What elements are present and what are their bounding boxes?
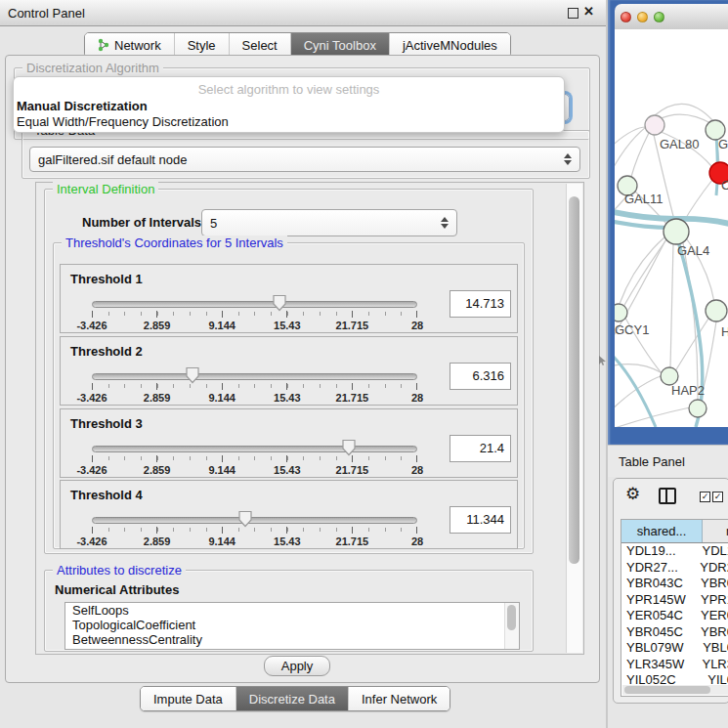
major-ticks (92, 383, 417, 390)
stepper-arrows-icon (564, 153, 572, 165)
table-row[interactable]: YBL079WYBL0 (621, 640, 728, 657)
list-item[interactable]: SelfLoops (65, 603, 519, 618)
stepper-arrows-icon (441, 217, 449, 229)
table-panel-titlebar: Table Panel (608, 445, 728, 477)
tab-impute-data[interactable]: Impute Data (141, 687, 236, 710)
number-of-intervals-value: 5 (202, 216, 441, 231)
slider-thumb[interactable] (237, 510, 253, 528)
vertical-scrollbar-thumb[interactable] (569, 196, 579, 564)
slider-track[interactable] (92, 517, 417, 524)
thresholds-group: Threshold's Coordinates for 5 Intervals … (53, 242, 525, 549)
threshold-1-value-field[interactable]: 14.713 (450, 290, 511, 318)
apply-button[interactable]: Apply (264, 656, 330, 676)
threshold-4-slider[interactable]: -3.4262.8599.14415.4321.71528 (92, 517, 417, 523)
threshold-3-value-field[interactable]: 21.4 (450, 435, 511, 462)
column-header-shared-name[interactable]: shared... (621, 520, 703, 542)
interval-group-title: Interval Definition (53, 182, 158, 196)
tab-cyni-toolbox[interactable]: Cyni Toolbox (291, 33, 390, 57)
popup-placeholder-item: Select algorithm to view settings (14, 82, 564, 99)
table-row[interactable]: YBR043CYBR0 (621, 576, 728, 592)
slider-track[interactable] (92, 446, 417, 452)
table-row[interactable]: YDL19...YDL1 (621, 543, 728, 560)
algorithm-group-title: Discretization Algorithm (22, 61, 163, 75)
slider-thumb[interactable] (341, 439, 357, 456)
checkbox-icon[interactable]: ✓ (712, 492, 723, 502)
node-label-gal80: GAL80 (660, 137, 699, 151)
slider-thumb[interactable] (272, 294, 287, 312)
network-window-titlebar (615, 4, 728, 30)
minimize-traffic-light[interactable] (637, 12, 648, 22)
tab-network[interactable]: Network (85, 33, 175, 57)
algorithm-dropdown-popup: Select algorithm to view settings Manual… (13, 76, 565, 133)
tab-style[interactable]: Style (175, 33, 230, 57)
threshold-1-slider[interactable]: -3.4262.8599.14415.4321.71528 (92, 301, 417, 307)
horizontal-scrollbar-thumb[interactable] (624, 686, 710, 694)
table-data-combobox[interactable]: galFiltered.sif default node (29, 147, 580, 172)
interval-definition-group: Interval Definition Number of Intervals … (44, 189, 534, 554)
slider-track[interactable] (92, 373, 417, 380)
node-label-gal11: GAL11 (624, 192, 664, 206)
popup-item-equal-width-frequency[interactable]: Equal Width/Frequency Discretization (14, 114, 564, 130)
attributes-listbox[interactable]: SelfLoops TopologicalCoefficient Between… (64, 602, 520, 650)
settings-scrollpane: Interval Definition Number of Intervals … (35, 182, 584, 655)
number-of-intervals-combobox[interactable]: 5 (201, 209, 457, 236)
horizontal-scrollbar[interactable] (622, 685, 728, 695)
zoom-traffic-light[interactable] (654, 12, 664, 22)
node-label-gcy1: GCY1 (615, 322, 649, 337)
table-data-value: galFiltered.sif default node (30, 152, 564, 167)
list-item[interactable]: TopologicalCoefficient (65, 618, 519, 632)
float-window-icon[interactable] (568, 8, 578, 19)
list-scrollbar-thumb[interactable] (507, 605, 516, 630)
network-canvas[interactable]: GAL80 G C GAL11 GAL4 GCY1 H HAP2 (615, 29, 728, 427)
node-label-gal4: GAL4 (677, 243, 709, 258)
threshold-4-panel: Threshold 4 -3.4262.8599.14415.4321.7152… (60, 480, 518, 549)
threshold-2-value-field[interactable]: 6.316 (450, 363, 511, 390)
tick-labels: -3.4262.8599.14415.4321.71528 (92, 464, 417, 476)
table-row[interactable]: YER054CYER0 (621, 608, 728, 624)
control-panel-titlebar: Control Panel (0, 0, 608, 26)
panel-divider (606, 0, 608, 728)
major-ticks (92, 527, 417, 534)
threshold-4-value-field[interactable]: 11.344 (450, 506, 511, 534)
close-icon[interactable]: ✕ (583, 4, 594, 19)
node-table: shared... n YDL19...YDL1 YDR27...YDR2 YB… (621, 519, 728, 697)
table-row[interactable]: YLR345WYLR3 (621, 657, 728, 673)
tab-jactivemnodules[interactable]: jActiveMNodules (390, 33, 510, 57)
node-label-partial-c: C (721, 178, 728, 193)
threshold-2-label: Threshold 2 (70, 344, 143, 359)
split-columns-icon[interactable] (659, 488, 676, 504)
list-item[interactable]: BetweennessCentrality (65, 632, 519, 647)
threshold-3-label: Threshold 3 (70, 416, 143, 431)
bottom-tabbar: Impute Data Discretize Data Infer Networ… (140, 686, 450, 711)
table-row[interactable]: YDR27...YDR2 (621, 560, 728, 577)
gear-icon[interactable]: ⚙ (625, 484, 640, 504)
major-ticks (92, 455, 417, 462)
table-panel-title: Table Panel (608, 454, 685, 469)
network-icon (98, 38, 109, 52)
tab-network-label: Network (114, 38, 161, 53)
vertical-scrollbar[interactable] (566, 184, 582, 653)
checkbox-icon[interactable]: ✓ (700, 492, 710, 502)
numerical-attributes-label: Numerical Attributes (55, 582, 179, 597)
control-panel-title: Control Panel (0, 6, 85, 21)
table-panel-body: ⚙ ✓ ✓ shared... n YDL19...YDL1 YDR27...Y… (613, 478, 728, 704)
slider-track[interactable] (92, 301, 417, 308)
threshold-4-label: Threshold 4 (70, 488, 143, 502)
tab-select[interactable]: Select (230, 33, 291, 57)
node-label-partial-g: G (718, 137, 728, 151)
tab-discretize-data[interactable]: Discretize Data (236, 687, 349, 710)
table-row[interactable]: YBR045CYBR0 (621, 624, 728, 641)
slider-thumb[interactable] (185, 366, 200, 384)
table-row[interactable]: YPR145WYPR1 (621, 592, 728, 609)
popup-item-manual-discretization[interactable]: Manual Discretization (14, 99, 564, 114)
attributes-group-title: Attributes to discretize (53, 563, 186, 578)
threshold-2-slider[interactable]: -3.4262.8599.14415.4321.71528 (92, 373, 417, 379)
column-header-name[interactable]: n (703, 520, 728, 542)
tab-infer-network[interactable]: Infer Network (349, 687, 450, 710)
close-traffic-light[interactable] (621, 12, 631, 22)
threshold-2-panel: Threshold 2 -3.4262.8599.14415.4321.7152… (60, 336, 518, 406)
list-scrollbar[interactable] (504, 603, 519, 649)
threshold-3-panel: Threshold 3 -3.4262.8599.14415.4321.7152… (60, 408, 518, 478)
node-label-partial-h: H (721, 324, 728, 339)
threshold-3-slider[interactable]: -3.4262.8599.14415.4321.71528 (92, 446, 417, 451)
